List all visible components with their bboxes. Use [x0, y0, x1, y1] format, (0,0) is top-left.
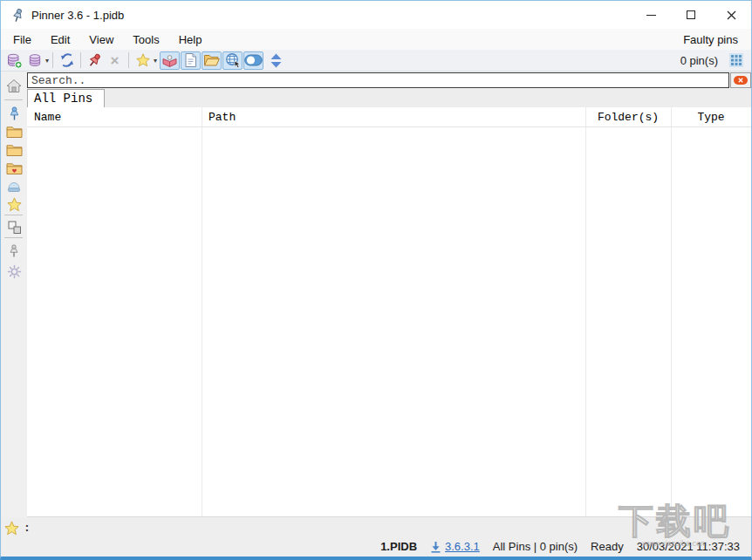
sidebar-archive-button[interactable] [3, 178, 24, 195]
menu-bar: File Edit View Tools Help Faulty pins [1, 29, 751, 50]
refresh-button[interactable] [57, 51, 77, 70]
app-window: Pinner 3.6 - 1.pidb File Edit View Tools… [0, 0, 752, 560]
star-icon [6, 196, 23, 213]
red-pin-icon [84, 50, 105, 72]
delete-icon: × [111, 53, 120, 68]
faulty-pins-label[interactable]: Faulty pins [683, 33, 751, 46]
status-view-summary: All Pins | 0 pin(s) [493, 540, 578, 553]
sidebar [1, 72, 27, 517]
sidebar-starred-button[interactable] [3, 195, 24, 213]
window-title: Pinner 3.6 - 1.pidb [31, 9, 124, 22]
search-input[interactable] [27, 72, 729, 88]
folder-icon [6, 144, 23, 157]
minimize-button[interactable] [631, 1, 671, 29]
gray-pin-icon [8, 243, 20, 258]
pin-count-label: 0 pin(s) [680, 54, 718, 67]
search-row [27, 72, 751, 89]
favorites-menu-button[interactable] [133, 51, 153, 70]
sidebar-pushpin-button[interactable] [3, 242, 24, 259]
web-view-button[interactable] [222, 51, 243, 70]
grid-icon [729, 53, 743, 67]
menu-tools[interactable]: Tools [123, 31, 168, 49]
menu-help[interactable]: Help [169, 31, 212, 49]
sort-pins-button[interactable] [266, 51, 286, 70]
sidebar-settings-button[interactable] [3, 263, 24, 280]
toolbar-separator [80, 52, 81, 68]
folders-view-button[interactable] [202, 51, 222, 70]
open-folder-icon [203, 53, 220, 67]
column-header-folders[interactable]: Folder(s) [585, 111, 671, 124]
version-link[interactable]: 3.6.3.1 [445, 540, 480, 553]
maximize-icon [687, 10, 695, 19]
document-icon [184, 52, 197, 68]
toggle-switch-icon [244, 54, 263, 66]
tag-filter-bar: : [3, 520, 31, 536]
pin-button[interactable] [85, 51, 105, 70]
tag-separator: : [24, 522, 31, 535]
delete-button[interactable]: × [105, 51, 125, 70]
menu-view[interactable]: View [79, 31, 123, 49]
tag-star-icon[interactable] [3, 520, 20, 536]
status-file-name: 1.PIDB [380, 540, 417, 553]
sort-arrows-icon [270, 53, 282, 68]
database-icon [28, 52, 42, 68]
tab-strip: All Pins [27, 89, 751, 107]
clear-search-button[interactable] [730, 72, 751, 88]
archive-dome-icon [6, 180, 22, 194]
pins-table: Name Path Folder(s) Type [27, 107, 751, 517]
column-header-name[interactable]: Name [34, 111, 61, 124]
close-icon [727, 10, 736, 20]
download-icon[interactable] [430, 541, 441, 553]
table-header: Name Path Folder(s) Type [27, 107, 751, 127]
toolbar-right: 0 pin(s) [680, 51, 746, 70]
menu-file[interactable]: File [3, 31, 41, 49]
gear-icon [7, 264, 22, 279]
favorites-menu-caret-icon: ▾ [154, 57, 157, 65]
maximize-button[interactable] [671, 1, 711, 29]
folder-icon [6, 126, 23, 139]
board-view-button[interactable] [160, 51, 180, 70]
status-bar: 1.PIDB 3.6.3.1 All Pins | 0 pin(s) Ready… [380, 540, 740, 553]
heart-folder-icon [6, 162, 23, 175]
tab-all-pins[interactable]: All Pins [27, 89, 105, 107]
grid-view-button[interactable] [726, 51, 746, 70]
sidebar-folder2-button[interactable] [3, 141, 24, 159]
sidebar-favorites-folder-button[interactable] [3, 160, 24, 177]
database-menu-caret-icon: ▾ [45, 57, 49, 65]
sidebar-home-button[interactable] [3, 77, 24, 94]
database-add-icon [6, 52, 23, 69]
notes-view-button[interactable] [181, 51, 201, 70]
close-button[interactable] [711, 1, 751, 29]
globe-cursor-icon [225, 52, 241, 68]
column-header-type[interactable]: Type [671, 111, 751, 124]
sidebar-separator [4, 215, 23, 215]
sidebar-folder-button[interactable] [3, 123, 24, 140]
menu-edit[interactable]: Edit [41, 31, 79, 49]
compact-toggle-button[interactable] [243, 51, 263, 70]
status-version: 3.6.3.1 [430, 540, 480, 553]
toolbar-separator [52, 52, 53, 68]
toolbar-separator [128, 52, 129, 68]
toolbar: ▾ × ▾ [1, 50, 751, 72]
column-header-path[interactable]: Path [209, 111, 236, 124]
view-toggle-group [160, 51, 263, 70]
sidebar-clone-button[interactable] [3, 218, 24, 236]
add-database-button[interactable] [4, 51, 24, 70]
status-datetime: 30/03/2021 11:37:33 [637, 540, 740, 553]
app-pin-icon [11, 8, 24, 23]
refresh-icon [59, 52, 75, 68]
sidebar-pins-button[interactable] [3, 105, 24, 122]
table-body[interactable] [27, 127, 751, 516]
database-menu-button[interactable] [24, 51, 44, 70]
pin-board-icon [161, 52, 178, 68]
sidebar-separator [4, 237, 23, 238]
main-panel: All Pins Name Path Folder(s) Type [27, 72, 751, 517]
sidebar-separator [4, 99, 23, 100]
clear-search-icon [734, 76, 748, 85]
star-icon [135, 52, 151, 68]
bottom-panel: : 1.PIDB 3.6.3.1 All Pins | 0 pin(s) Rea… [1, 517, 751, 557]
clone-squares-icon [7, 220, 22, 235]
minimize-icon [646, 15, 656, 16]
blue-pin-icon [8, 106, 21, 121]
title-bar: Pinner 3.6 - 1.pidb [1, 1, 751, 29]
